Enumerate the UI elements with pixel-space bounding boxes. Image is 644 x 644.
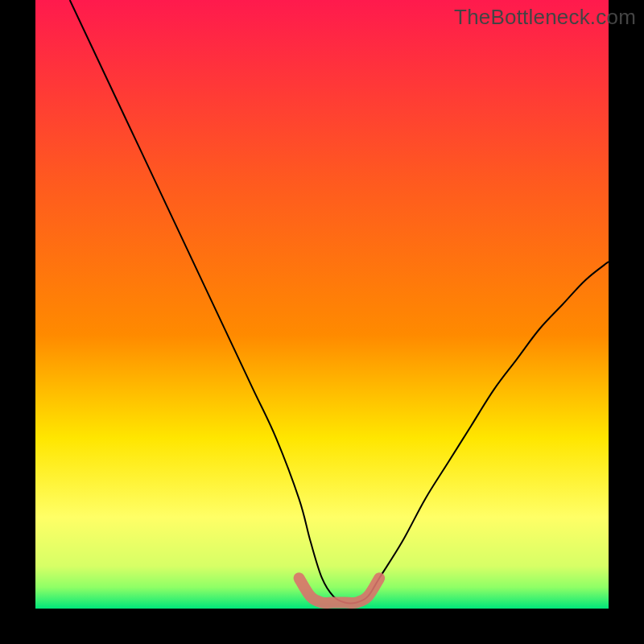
svg-rect-1 (35, 0, 609, 609)
watermark-text: TheBottleneck.com (454, 5, 636, 30)
chart-frame: TheBottleneck.com (0, 0, 644, 644)
bottleneck-chart (0, 0, 644, 644)
